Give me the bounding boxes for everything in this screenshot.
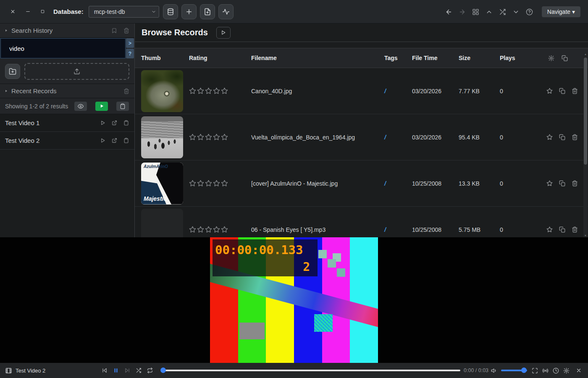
record-row[interactable]: Test Video 2 bbox=[0, 132, 134, 150]
broadcast-icon[interactable] bbox=[542, 368, 549, 374]
table-row[interactable]: Vuelta_olímpica_de_Boca_en_1964.jpg / 03… bbox=[135, 114, 588, 160]
recent-records-header[interactable]: Recent Records bbox=[0, 84, 134, 98]
table-scrollbar[interactable]: ▲ ▼ bbox=[583, 52, 588, 237]
rating-stars[interactable] bbox=[189, 134, 251, 141]
copy-icon[interactable] bbox=[559, 226, 565, 233]
add-folder-button[interactable] bbox=[5, 64, 20, 79]
seek-bar[interactable] bbox=[161, 370, 460, 371]
rating-stars[interactable] bbox=[189, 226, 251, 233]
clock-icon[interactable] bbox=[553, 368, 559, 374]
add-record-button[interactable] bbox=[181, 4, 197, 19]
record-row[interactable]: Test Video 1 bbox=[0, 114, 134, 132]
database-select[interactable]: mcp-test-db bbox=[89, 6, 159, 18]
favorite-icon[interactable] bbox=[546, 134, 553, 140]
shuffle-icon[interactable] bbox=[136, 368, 142, 373]
navigate-button[interactable]: Navigate ▾ bbox=[542, 6, 580, 17]
clipboard-icon[interactable] bbox=[123, 120, 129, 126]
col-tags[interactable]: Tags bbox=[384, 55, 412, 61]
trash-icon[interactable] bbox=[123, 88, 129, 94]
filename[interactable]: Canon_40D.jpg bbox=[251, 88, 384, 94]
help-icon[interactable] bbox=[526, 8, 533, 16]
new-file-button[interactable] bbox=[200, 4, 215, 19]
play-icon[interactable] bbox=[100, 120, 105, 126]
chevron-up-icon[interactable] bbox=[486, 8, 493, 16]
activity-button[interactable] bbox=[218, 4, 234, 19]
search-submit-button[interactable]: > bbox=[126, 38, 134, 48]
window-close-icon[interactable] bbox=[10, 9, 16, 14]
video-frame[interactable]: 00:00:00.133 2 bbox=[210, 237, 378, 363]
copy-icon[interactable] bbox=[559, 88, 565, 94]
table-row[interactable]: Canon_40D.jpg / 03/20/2026 7.77 KB 0 bbox=[135, 68, 588, 114]
repeat-icon[interactable] bbox=[147, 368, 153, 373]
scroll-up-icon[interactable]: ▲ bbox=[583, 53, 588, 55]
rating-stars[interactable] bbox=[189, 180, 251, 187]
back-icon[interactable] bbox=[445, 8, 452, 16]
file-dropzone[interactable] bbox=[24, 63, 129, 80]
window-minimize-icon[interactable] bbox=[25, 9, 31, 14]
table-row[interactable]: 06 - Spanish Eyes [ Y5].mp3 / 10/25/2008… bbox=[135, 207, 588, 237]
tags-value[interactable]: / bbox=[384, 226, 412, 233]
col-filename[interactable]: Filename bbox=[251, 55, 384, 61]
filename[interactable]: [cover] AzulmArinO - Majestic.jpg bbox=[251, 180, 384, 187]
trash-icon[interactable] bbox=[123, 28, 129, 34]
seek-handle[interactable] bbox=[160, 368, 166, 373]
filename[interactable]: Vuelta_olímpica_de_Boca_en_1964.jpg bbox=[251, 134, 384, 141]
col-thumb[interactable]: Thumb bbox=[141, 55, 189, 61]
tags-value[interactable]: / bbox=[384, 87, 412, 94]
external-link-icon[interactable] bbox=[112, 120, 117, 126]
search-help-button[interactable]: ? bbox=[126, 49, 134, 58]
search-input[interactable] bbox=[0, 38, 126, 58]
play-all-button[interactable] bbox=[216, 27, 231, 39]
col-plays[interactable]: Plays bbox=[500, 55, 542, 61]
table-row[interactable]: AzulmArinO Majestic [cover] AzulmArinO -… bbox=[135, 160, 588, 207]
volume-slider[interactable] bbox=[501, 370, 527, 371]
copy-results-button[interactable] bbox=[116, 102, 129, 111]
scroll-down-icon[interactable]: ▼ bbox=[583, 234, 588, 237]
tags-value[interactable]: / bbox=[384, 134, 412, 141]
database-info-button[interactable] bbox=[163, 4, 178, 19]
copy-icon[interactable] bbox=[559, 134, 565, 140]
trash-icon[interactable] bbox=[572, 180, 578, 186]
play-results-button[interactable] bbox=[95, 102, 108, 111]
skip-next-icon[interactable] bbox=[124, 368, 130, 373]
trash-icon[interactable] bbox=[572, 134, 578, 140]
fullscreen-icon[interactable] bbox=[532, 368, 538, 374]
rating-stars[interactable] bbox=[189, 87, 251, 94]
thumbnail-bw-stadium[interactable] bbox=[141, 116, 183, 158]
volume-handle[interactable] bbox=[521, 368, 527, 373]
copy-icon[interactable] bbox=[562, 55, 568, 61]
thumbnail-album-cover[interactable]: AzulmArinO Majestic bbox=[141, 163, 183, 205]
col-rating[interactable]: Rating bbox=[189, 55, 251, 61]
skip-previous-icon[interactable] bbox=[102, 368, 108, 373]
close-icon[interactable] bbox=[576, 368, 582, 373]
copy-icon[interactable] bbox=[559, 180, 565, 186]
window-maximize-icon[interactable] bbox=[40, 9, 45, 14]
play-icon[interactable] bbox=[100, 138, 105, 143]
thumbnail-iguana[interactable] bbox=[141, 70, 183, 112]
favorite-icon[interactable] bbox=[546, 88, 553, 94]
scrollbar-thumb[interactable] bbox=[584, 58, 587, 165]
bookmark-icon[interactable] bbox=[111, 28, 117, 34]
thumbnail-empty[interactable] bbox=[141, 209, 183, 238]
grid-view-icon[interactable] bbox=[472, 8, 479, 16]
filename[interactable]: 06 - Spanish Eyes [ Y5].mp3 bbox=[251, 226, 384, 233]
favorite-icon[interactable] bbox=[546, 226, 553, 233]
chevron-down-icon[interactable] bbox=[512, 8, 520, 16]
shuffle-icon[interactable] bbox=[499, 8, 506, 16]
volume-icon[interactable] bbox=[491, 368, 497, 374]
search-history-header[interactable]: Search History bbox=[0, 24, 134, 38]
table-settings-icon[interactable] bbox=[548, 55, 554, 61]
col-size[interactable]: Size bbox=[459, 55, 500, 61]
star-icon bbox=[205, 180, 212, 187]
player-settings-icon[interactable] bbox=[563, 368, 570, 374]
forward-icon[interactable] bbox=[459, 8, 466, 16]
trash-icon[interactable] bbox=[572, 226, 578, 233]
clipboard-icon[interactable] bbox=[123, 138, 129, 143]
tags-value[interactable]: / bbox=[384, 180, 412, 187]
col-file-time[interactable]: File Time bbox=[412, 55, 459, 61]
trash-icon[interactable] bbox=[572, 88, 578, 94]
pause-icon[interactable] bbox=[113, 368, 119, 373]
preview-results-button[interactable] bbox=[74, 102, 87, 111]
external-link-icon[interactable] bbox=[112, 138, 117, 143]
favorite-icon[interactable] bbox=[546, 180, 553, 186]
